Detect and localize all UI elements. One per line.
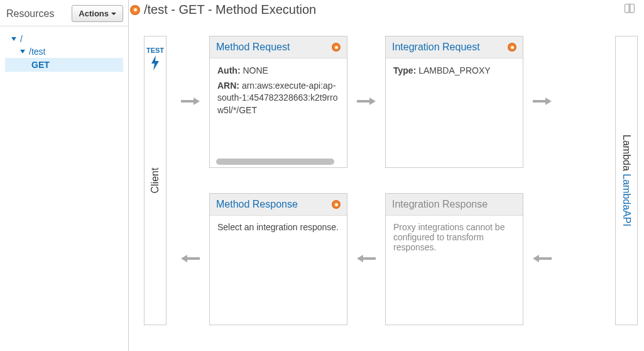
card-header: Integration Response xyxy=(386,194,523,216)
tree-label: GET xyxy=(31,60,50,70)
main-header: /test - GET - Method Execution xyxy=(129,0,644,23)
sidebar-title: Resources xyxy=(6,8,54,20)
card-body: Proxy integrations cannot be configured … xyxy=(386,216,523,325)
main-panel: /test - GET - Method Execution TEST Clie… xyxy=(129,0,644,351)
card-header: Integration Request xyxy=(386,36,523,58)
integration-response-body: Proxy integrations cannot be configured … xyxy=(393,222,505,252)
resource-tree: / /test GET xyxy=(0,26,128,78)
tree-item-root[interactable]: / xyxy=(5,33,123,45)
horizontal-scrollbar[interactable] xyxy=(216,159,334,165)
arrow-right-icon xyxy=(523,96,561,108)
arn-row: ARN: arn:aws:execute-api:ap-south-1:4547… xyxy=(217,80,339,117)
type-label: Type: xyxy=(393,65,416,75)
card-header: Method Request xyxy=(210,36,347,58)
method-request-card[interactable]: Method Request Auth: NONE ARN: arn:aws:e… xyxy=(209,36,347,168)
tree-item-test[interactable]: /test xyxy=(5,45,123,58)
sidebar: Resources Actions / /test GET xyxy=(0,0,129,351)
card-body: Select an integration response. xyxy=(210,216,347,325)
card-title: Integration Response xyxy=(392,199,488,210)
page-title: /test - GET - Method Execution xyxy=(144,3,316,17)
arrow-left-icon xyxy=(347,254,385,265)
actions-dropdown-button[interactable]: Actions xyxy=(72,5,123,22)
card-title[interactable]: Method Request xyxy=(216,42,290,53)
hint-badge-icon[interactable] xyxy=(332,200,341,209)
auth-row: Auth: NONE xyxy=(217,65,339,77)
chevron-down-icon xyxy=(20,50,25,53)
tree-label: /test xyxy=(29,47,45,57)
card-title[interactable]: Method Response xyxy=(216,199,298,210)
flow-grid: Method Request Auth: NONE ARN: arn:aws:e… xyxy=(166,36,615,325)
test-label: TEST xyxy=(146,47,164,54)
arrow-right-icon xyxy=(347,96,385,108)
method-response-card[interactable]: Method Response Select an integration re… xyxy=(209,193,347,325)
lightning-bolt-icon xyxy=(150,55,160,74)
type-row: Type: LAMBDA_PROXY xyxy=(393,65,515,77)
docs-book-icon[interactable] xyxy=(623,3,636,17)
tree-item-method-get[interactable]: GET xyxy=(5,58,123,72)
hint-badge-icon[interactable] xyxy=(332,43,341,52)
hint-badge-icon[interactable] xyxy=(508,43,516,52)
actions-label: Actions xyxy=(79,9,109,18)
arrow-left-icon xyxy=(523,254,561,265)
card-title[interactable]: Integration Request xyxy=(392,42,480,53)
card-body: Auth: NONE ARN: arn:aws:execute-api:ap-s… xyxy=(210,58,347,167)
arrow-right-icon xyxy=(172,96,209,108)
hint-badge-icon[interactable] xyxy=(130,5,140,15)
lambda-api-link[interactable]: LambdaAPI xyxy=(621,174,632,226)
app-root: Resources Actions / /test GET /test - GE… xyxy=(0,0,644,351)
arrow-left-icon xyxy=(172,254,209,265)
lambda-prefix: Lambda xyxy=(621,135,632,174)
auth-label: Auth: xyxy=(217,65,241,75)
card-header: Method Response xyxy=(210,194,347,216)
lambda-label: Lambda LambdaAPI xyxy=(621,135,632,226)
integration-request-card[interactable]: Integration Request Type: LAMBDA_PROXY xyxy=(385,36,523,168)
chevron-down-icon xyxy=(11,37,16,41)
client-box[interactable]: TEST Client xyxy=(144,36,166,325)
lambda-box[interactable]: Lambda LambdaAPI xyxy=(615,36,638,325)
arn-label: ARN: xyxy=(217,81,239,91)
type-value: LAMBDA_PROXY xyxy=(418,65,490,75)
execution-flow: TEST Client Method Request xyxy=(129,23,644,338)
card-body: Type: LAMBDA_PROXY xyxy=(386,58,523,167)
tree-label: / xyxy=(20,34,23,44)
integration-response-card: Integration Response Proxy integrations … xyxy=(385,193,523,325)
auth-value: NONE xyxy=(243,65,268,75)
sidebar-header: Resources Actions xyxy=(0,5,128,26)
method-response-body: Select an integration response. xyxy=(217,222,339,232)
caret-down-icon xyxy=(111,13,116,15)
client-label: Client xyxy=(150,168,161,194)
